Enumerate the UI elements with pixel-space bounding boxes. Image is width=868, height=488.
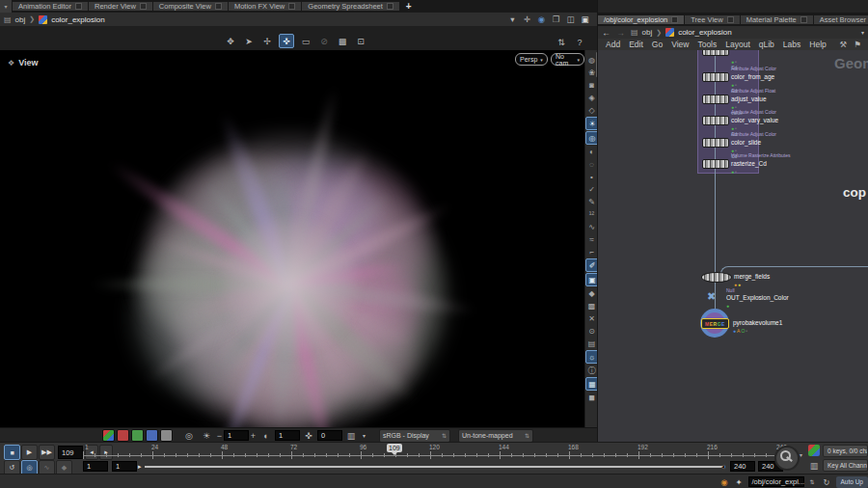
view-tool-icon[interactable]: ✥: [224, 35, 237, 47]
contrast-icon[interactable]: ◐: [259, 429, 273, 442]
context-spinner-icon[interactable]: ⇅: [806, 476, 819, 488]
pane-type-icon[interactable]: ▤: [631, 28, 638, 37]
notification-icon[interactable]: ◉: [719, 476, 731, 488]
range-start-field[interactable]: 1: [83, 461, 108, 472]
tab-menu-icon[interactable]: [75, 3, 82, 10]
tab-animation-editor[interactable]: Animation Editor: [13, 2, 88, 11]
flag-icon[interactable]: ⚑: [852, 39, 864, 50]
brightness-icon[interactable]: ☀: [200, 429, 213, 442]
breadcrumb-root[interactable]: obj: [642, 28, 653, 37]
maximize-pane-icon[interactable]: ▣: [579, 14, 591, 25]
tab-tree-view[interactable]: Tree View: [685, 15, 739, 24]
target-icon[interactable]: ⊙: [586, 325, 598, 337]
tab-menu-icon[interactable]: [387, 3, 393, 10]
node-clipped[interactable]: [702, 50, 729, 56]
menu-go[interactable]: Go: [652, 40, 663, 49]
grid-snap-icon[interactable]: ▩: [586, 300, 598, 312]
node-flags[interactable]: ●●: [734, 282, 742, 287]
menu-edit[interactable]: Edit: [629, 40, 643, 49]
camera-menu-button[interactable]: No cam▾: [551, 53, 584, 66]
tab-composite-view[interactable]: Composite View: [153, 2, 228, 11]
audio-icon[interactable]: ∿: [586, 221, 598, 232]
tab-menu-icon[interactable]: [671, 16, 678, 23]
key-menu-caret[interactable]: ▾: [800, 451, 802, 458]
tab-motion-fx-view[interactable]: Motion FX View: [229, 2, 301, 11]
menu-help[interactable]: Help: [809, 40, 826, 49]
multi-tool-icon[interactable]: ✕: [586, 312, 598, 324]
tonemap-select[interactable]: Un-tone-mapped⇅: [458, 429, 533, 443]
node-out-explosion-color[interactable]: ✖: [707, 291, 716, 302]
frame-ruler[interactable]: 124487296120144168192216240109: [83, 444, 779, 459]
keys-summary-button[interactable]: 0 keys, 0/0 chan: [823, 445, 868, 457]
playhead[interactable]: 109: [387, 444, 402, 452]
breadcrumb-node[interactable]: color_explosion: [678, 28, 732, 37]
tab-menu-icon[interactable]: [288, 3, 295, 10]
scoped-channels-icon[interactable]: [808, 445, 820, 456]
contrast-field[interactable]: 1: [275, 430, 300, 441]
tab-material-palette[interactable]: Material Palette: [741, 15, 813, 24]
skip-end-button[interactable]: ▶▶: [39, 445, 55, 460]
tab-geometry-spreadsheet[interactable]: Geometry Spreadsheet: [302, 2, 399, 11]
green-channel-icon[interactable]: [131, 429, 144, 442]
range-end-field[interactable]: 240: [730, 461, 755, 472]
menu-labs[interactable]: Labs: [783, 40, 800, 49]
context-field[interactable]: /obj/color_expl...: [748, 476, 804, 487]
info-icon[interactable]: ⓘ: [586, 365, 598, 376]
view-menu-icon[interactable]: ❖: [8, 59, 14, 68]
stop-button[interactable]: ■: [4, 445, 20, 460]
rgb-channels-icon[interactable]: [102, 429, 115, 442]
tab-menu-icon[interactable]: [727, 16, 734, 23]
breadcrumb-node[interactable]: color_explosion: [51, 15, 105, 24]
auto-update-button[interactable]: Auto Up: [836, 476, 868, 488]
range-slider-start-handle[interactable]: ▸: [138, 463, 142, 471]
histogram-icon[interactable]: ▥: [344, 429, 358, 442]
vertex-check-icon[interactable]: ✓: [586, 183, 598, 195]
current-frame-field[interactable]: 109: [58, 446, 83, 459]
range-slider[interactable]: [145, 466, 725, 468]
tab-menu-icon[interactable]: [140, 3, 147, 10]
gem-icon[interactable]: ◆: [586, 287, 598, 299]
wire-sphere-icon[interactable]: ◌: [586, 158, 598, 170]
display-options-caret[interactable]: ▾: [360, 429, 368, 442]
breadcrumb-root[interactable]: obj: [15, 15, 26, 24]
tab-menu-icon[interactable]: [800, 16, 807, 23]
node-merge-fields[interactable]: [701, 272, 732, 283]
float-pane-icon[interactable]: ❐: [550, 14, 562, 25]
lock-icon[interactable]: ◙: [586, 79, 598, 91]
headlight-icon[interactable]: ◇: [586, 104, 598, 116]
help-icon[interactable]: ?: [573, 36, 586, 48]
waveform-icon[interactable]: ≈: [586, 233, 598, 245]
pin-pane-icon[interactable]: ✛: [521, 14, 533, 25]
pane-type-icon[interactable]: ▤: [4, 15, 12, 24]
gallery-icon[interactable]: ▤: [586, 338, 598, 349]
tab--obj-color-explosion[interactable]: /obj/color_explosion: [598, 15, 684, 24]
persp-menu-button[interactable]: Persp▾: [515, 53, 548, 66]
gamma-field[interactable]: 1: [224, 430, 249, 441]
handles-tool-icon[interactable]: ✜: [279, 34, 294, 48]
select-tool-icon[interactable]: ➤: [242, 35, 256, 47]
key-menu-button[interactable]: [774, 446, 800, 471]
point-marker-icon[interactable]: •: [586, 171, 598, 182]
range-slider-end-handle[interactable]: ◂: [721, 463, 725, 471]
gamma-minus-button[interactable]: −: [215, 429, 224, 442]
node-flags[interactable]: ●: [726, 303, 730, 309]
alpha-channel-icon[interactable]: [160, 429, 173, 442]
gamma-plus-button[interactable]: +: [249, 429, 258, 442]
menu-view[interactable]: View: [671, 40, 689, 49]
node-color_from_age[interactable]: [702, 72, 729, 82]
channel-editor-icon[interactable]: ▥: [807, 459, 821, 472]
menu-qlib[interactable]: qLib: [759, 40, 774, 49]
point-number-icon[interactable]: ¹²: [586, 208, 598, 220]
snap-mode-icon[interactable]: ⊘: [317, 35, 331, 47]
tab-overflow-icon[interactable]: ▾: [0, 0, 12, 13]
refresh-icon[interactable]: ↻: [821, 476, 833, 488]
menu-add[interactable]: Add: [606, 40, 620, 49]
tab-asset-browser[interactable]: Asset Browser: [814, 15, 868, 24]
node-pyrobakevolume[interactable]: MERGE: [700, 309, 729, 338]
tab-render-view[interactable]: Render View: [89, 2, 152, 11]
sort-icon[interactable]: ⇅: [555, 36, 568, 48]
annotate-icon[interactable]: ✎: [586, 196, 598, 207]
key-all-channels-button[interactable]: Key All Channels: [823, 459, 868, 472]
tools-icon[interactable]: ⚒: [837, 39, 850, 50]
pane-tab-menu-icon[interactable]: ▾: [506, 14, 519, 25]
